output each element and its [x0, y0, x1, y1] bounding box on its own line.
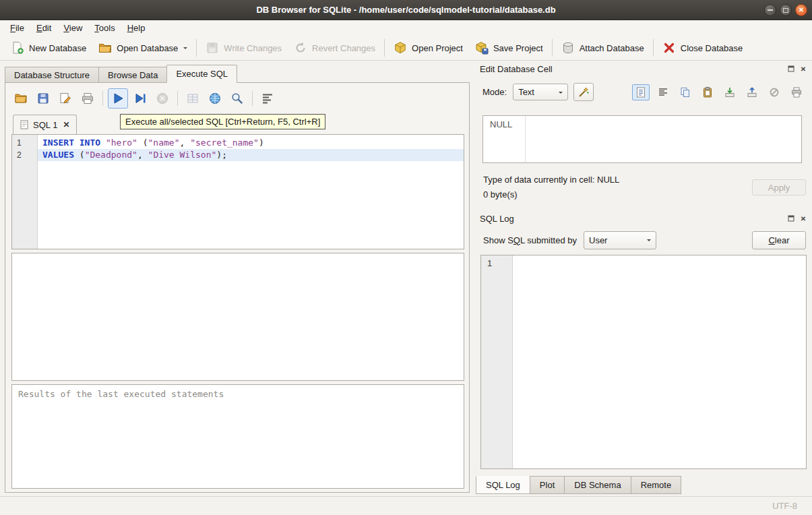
apply-button[interactable]: Apply	[752, 179, 806, 195]
dock-buttons: ✕	[786, 214, 808, 223]
open-database-button[interactable]: Open Database	[92, 38, 193, 58]
results-placeholder: Results of the last executed statements	[18, 389, 224, 399]
paste-icon	[701, 86, 714, 98]
revert-changes-button[interactable]: Revert Changes	[288, 38, 381, 58]
toolbar-separator	[384, 39, 385, 57]
close-icon: ✕	[801, 215, 806, 222]
save-project-button[interactable]: Save Project	[469, 38, 549, 58]
menu-file[interactable]: File	[4, 20, 30, 36]
close-database-button[interactable]: Close Database	[656, 38, 749, 58]
sql-log-view[interactable]: 1	[480, 255, 807, 469]
revert-changes-icon	[294, 41, 307, 55]
save-sql-file-as-button[interactable]	[55, 88, 75, 109]
results-grid[interactable]	[11, 253, 464, 381]
tab-execute-sql[interactable]: Execute SQL	[166, 65, 237, 83]
encoding-indicator[interactable]: UTF-8	[772, 501, 797, 511]
mode-select[interactable]: Text	[513, 84, 568, 100]
tab-browse-data[interactable]: Browse Data	[98, 67, 167, 83]
right-dock: Edit Database Cell ✕ Mode: Text	[474, 61, 812, 496]
set-null-button[interactable]	[766, 84, 783, 100]
sql-editor[interactable]: 1 2 INSERT INTO "hero" ("name", "secret_…	[11, 134, 464, 249]
execute-current-line-button[interactable]	[130, 88, 150, 109]
sql-log-title: SQL Log	[480, 214, 786, 224]
results-message-area[interactable]: Results of the last executed statements	[11, 384, 464, 489]
toolbar-separator	[252, 91, 253, 106]
sql-tab-label: SQL 1	[33, 120, 57, 130]
open-sql-file-button[interactable]	[11, 88, 31, 109]
tab-db-schema[interactable]: DB Schema	[564, 476, 631, 494]
cell-type-info: Type of data currently in cell: NULL	[483, 175, 619, 185]
menu-view[interactable]: View	[57, 20, 88, 36]
close-tab-icon[interactable]: ✕	[63, 120, 69, 129]
toolbar-separator	[177, 91, 178, 106]
sql-line-1[interactable]: INSERT INTO "hero" ("name", "secret_name…	[38, 137, 464, 149]
export-cell-data-button[interactable]	[743, 84, 761, 100]
execute-current-line-icon	[133, 92, 147, 105]
float-dock-button[interactable]	[786, 214, 796, 223]
close-window-button[interactable]: ✕	[795, 4, 807, 16]
sql-line-2[interactable]: VALUES ("Deadpond", "Dive Wilson");	[38, 149, 464, 161]
open-project-button[interactable]: Open Project	[387, 38, 469, 58]
close-dock-button[interactable]: ✕	[799, 214, 808, 223]
maximize-button[interactable]	[780, 4, 792, 16]
tab-remote[interactable]: Remote	[631, 476, 682, 494]
format-sql-button[interactable]	[257, 88, 278, 109]
edit-cell-dock-header: Edit Database Cell ✕	[480, 62, 808, 75]
cell-size-info: 0 byte(s)	[483, 189, 518, 200]
globe-icon	[208, 92, 222, 105]
menu-tools[interactable]: Tools	[88, 20, 121, 36]
close-dock-button[interactable]: ✕	[799, 64, 808, 73]
print-sql-button[interactable]	[77, 88, 98, 109]
results-grid-icon	[186, 92, 199, 105]
titlebar[interactable]: DB Browser for SQLite - /home/user/code/…	[0, 0, 812, 20]
save-results-view-button[interactable]	[183, 88, 203, 109]
import-cell-data-button[interactable]	[721, 84, 739, 100]
cell-editor-divider	[525, 116, 526, 162]
write-changes-button[interactable]: Write Changes	[199, 38, 288, 58]
line-number: 1	[12, 137, 37, 149]
menu-edit[interactable]: Edit	[30, 20, 57, 36]
close-icon: ✕	[799, 7, 804, 13]
copy-cell-button[interactable]	[677, 84, 694, 100]
minimize-button[interactable]	[764, 4, 776, 16]
code-area[interactable]: INSERT INTO "hero" ("name", "secret_name…	[38, 135, 464, 249]
save-sql-file-icon	[36, 92, 50, 105]
toolbar-separator	[552, 39, 553, 57]
float-dock-button[interactable]	[786, 64, 796, 73]
dock-buttons: ✕	[786, 64, 808, 73]
open-project-icon	[394, 41, 407, 55]
log-filter-select[interactable]: User	[584, 231, 656, 249]
tab-plot[interactable]: Plot	[530, 476, 565, 494]
attach-database-button[interactable]: Attach Database	[555, 38, 650, 58]
log-line-number-gutter: 1	[481, 255, 513, 468]
magic-wand-icon	[577, 86, 590, 98]
export-icon	[746, 86, 758, 98]
null-icon	[768, 86, 780, 98]
clear-log-button[interactable]: Clear	[752, 231, 806, 249]
word-wrap-button[interactable]	[654, 84, 672, 100]
find-replace-button[interactable]	[227, 88, 247, 109]
cell-editor[interactable]: NULL	[482, 115, 802, 163]
print-cell-button[interactable]	[788, 84, 805, 100]
save-sql-file-button[interactable]	[33, 88, 53, 109]
stop-execution-button[interactable]	[152, 88, 173, 109]
cell-value: NULL	[490, 119, 512, 129]
line-number: 1	[487, 258, 492, 268]
execute-all-icon	[111, 92, 125, 105]
write-changes-icon	[206, 41, 219, 55]
chevron-down-icon[interactable]	[183, 47, 187, 51]
text-mode-toggle[interactable]	[632, 84, 650, 100]
tab-database-structure[interactable]: Database Structure	[5, 67, 99, 83]
tab-sql-log[interactable]: SQL Log	[476, 476, 530, 494]
menu-help[interactable]: Help	[121, 20, 152, 36]
paste-cell-button[interactable]	[699, 84, 716, 100]
toolbar-separator	[196, 39, 197, 57]
print-icon	[81, 92, 94, 105]
new-database-button[interactable]: New Database	[5, 38, 92, 58]
execute-all-button[interactable]	[108, 88, 128, 109]
auto-switch-mode-button[interactable]	[573, 83, 594, 101]
sql-editor-tab[interactable]: SQL 1 ✕	[13, 115, 77, 134]
window-title: DB Browser for SQLite - /home/user/code/…	[256, 5, 555, 15]
globe-button[interactable]	[205, 88, 225, 109]
main-tab-bar: Database Structure Browse Data Execute S…	[5, 65, 237, 83]
